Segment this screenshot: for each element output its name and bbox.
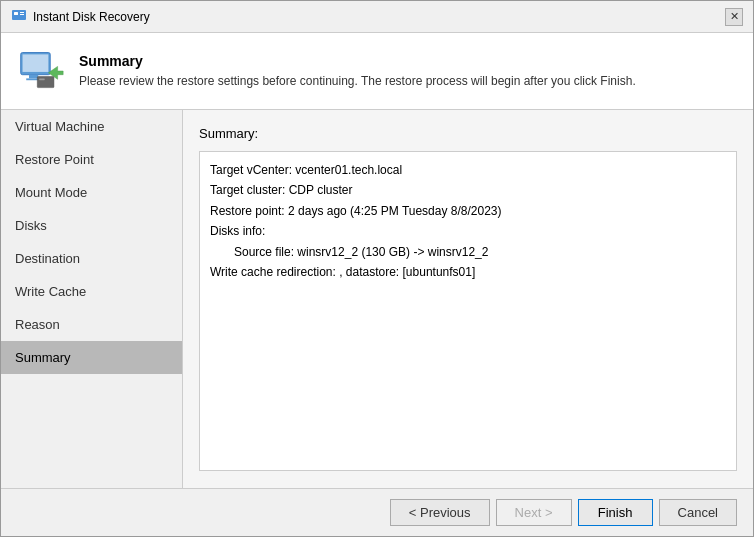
svg-rect-5 xyxy=(23,54,49,72)
header-title: Summary xyxy=(79,53,636,69)
summary-line-1: Target vCenter: vcenter01.tech.local xyxy=(210,160,726,180)
summary-line-4: Disks info: xyxy=(210,221,726,241)
sidebar-item-destination[interactable]: Destination xyxy=(1,242,182,275)
svg-rect-1 xyxy=(14,12,18,15)
svg-rect-3 xyxy=(20,14,24,15)
main-content: Virtual Machine Restore Point Mount Mode… xyxy=(1,110,753,488)
header-section: Summary Please review the restore settin… xyxy=(1,33,753,110)
title-bar: Instant Disk Recovery ✕ xyxy=(1,1,753,33)
sidebar-item-mount-mode[interactable]: Mount Mode xyxy=(1,176,182,209)
summary-line-6: Write cache redirection: , datastore: [u… xyxy=(210,262,726,282)
title-bar-left: Instant Disk Recovery xyxy=(11,7,150,26)
summary-line-2: Target cluster: CDP cluster xyxy=(210,180,726,200)
window-title: Instant Disk Recovery xyxy=(33,10,150,24)
previous-button[interactable]: < Previous xyxy=(390,499,490,526)
summary-line-3: Restore point: 2 days ago (4:25 PM Tuesd… xyxy=(210,201,726,221)
summary-line-5: Source file: winsrv12_2 (130 GB) -> wins… xyxy=(210,242,726,262)
svg-rect-10 xyxy=(39,78,45,80)
sidebar-item-summary[interactable]: Summary xyxy=(1,341,182,374)
sidebar: Virtual Machine Restore Point Mount Mode… xyxy=(1,110,183,488)
sidebar-item-reason[interactable]: Reason xyxy=(1,308,182,341)
main-window: Instant Disk Recovery ✕ Summary Please r… xyxy=(0,0,754,537)
next-button[interactable]: Next > xyxy=(496,499,572,526)
sidebar-item-restore-point[interactable]: Restore Point xyxy=(1,143,182,176)
svg-rect-6 xyxy=(29,75,38,79)
header-icon xyxy=(17,45,65,97)
footer: < Previous Next > Finish Cancel xyxy=(1,488,753,536)
content-area: Summary: Target vCenter: vcenter01.tech.… xyxy=(183,110,753,488)
close-button[interactable]: ✕ xyxy=(725,8,743,26)
header-description: Please review the restore settings befor… xyxy=(79,73,636,90)
sidebar-item-virtual-machine[interactable]: Virtual Machine xyxy=(1,110,182,143)
content-section-label: Summary: xyxy=(199,126,737,141)
cancel-button[interactable]: Cancel xyxy=(659,499,737,526)
summary-box: Target vCenter: vcenter01.tech.local Tar… xyxy=(199,151,737,471)
svg-rect-2 xyxy=(20,12,24,13)
sidebar-item-disks[interactable]: Disks xyxy=(1,209,182,242)
sidebar-item-write-cache[interactable]: Write Cache xyxy=(1,275,182,308)
svg-rect-9 xyxy=(37,77,54,88)
finish-button[interactable]: Finish xyxy=(578,499,653,526)
window-icon xyxy=(11,7,27,26)
header-text: Summary Please review the restore settin… xyxy=(79,53,636,90)
